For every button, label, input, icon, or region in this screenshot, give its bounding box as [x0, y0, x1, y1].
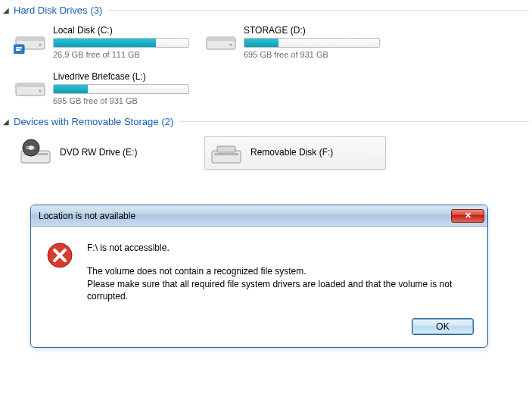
removable-drive-icon	[210, 139, 243, 167]
section-count: (2)	[161, 116, 173, 127]
close-icon: ✕	[465, 211, 471, 220]
divider	[108, 10, 529, 11]
message-main: F:\ is not accessible.	[87, 242, 474, 255]
collapse-arrow-icon: ◢	[3, 117, 11, 126]
drives-row: DVD DVD RW Drive (E:) Removable Disk (F:…	[0, 130, 532, 176]
drive-storage-d[interactable]: STORAGE (D:) 695 GB free of 931 GB	[204, 25, 386, 59]
divider	[179, 121, 529, 122]
svg-point-2	[39, 44, 42, 46]
svg-rect-19	[214, 153, 238, 155]
section-title: Hard Disk Drives	[14, 5, 88, 16]
drive-local-c[interactable]: Local Disk (C:) 26.9 GB free of 111 GB	[14, 25, 195, 59]
dialog-body: F:\ is not accessible. The volume does n…	[31, 227, 487, 311]
svg-text:DVD: DVD	[26, 145, 35, 150]
section-count: (3)	[91, 5, 103, 16]
drive-dvd-e[interactable]: DVD DVD RW Drive (E:)	[14, 136, 195, 170]
drive-body: Livedrive Briefcase (L:) 695 GB free of …	[53, 71, 195, 105]
drives-row: Livedrive Briefcase (L:) 695 GB free of …	[0, 65, 532, 111]
dialog-titlebar[interactable]: Location is not available ✕	[31, 205, 487, 227]
capacity-fill	[54, 85, 88, 93]
drive-body: Local Disk (C:) 26.9 GB free of 111 GB	[53, 25, 195, 59]
dialog-footer: OK	[31, 311, 487, 347]
collapse-arrow-icon: ◢	[3, 6, 11, 14]
svg-rect-4	[16, 47, 22, 48]
svg-rect-18	[217, 146, 235, 152]
drive-label: DVD RW Drive (E:)	[60, 147, 137, 158]
close-button[interactable]: ✕	[451, 209, 484, 223]
message-detail-1: The volume does not contain a recognized…	[87, 265, 474, 278]
hdd-icon	[14, 25, 47, 54]
section-header-removable[interactable]: ◢ Devices with Removable Storage (2)	[0, 111, 532, 130]
svg-point-8	[230, 44, 232, 46]
drive-label: Livedrive Briefcase (L:)	[53, 71, 195, 82]
hdd-icon	[204, 25, 238, 54]
drives-row: Local Disk (C:) 26.9 GB free of 111 GB S…	[0, 19, 532, 65]
drive-body: STORAGE (D:) 695 GB free of 931 GB	[244, 25, 386, 59]
dialog-message: F:\ is not accessible. The volume does n…	[87, 242, 474, 303]
svg-rect-1	[16, 37, 45, 41]
drive-stats: 695 GB free of 931 GB	[244, 50, 386, 59]
error-dialog: Location is not available ✕ F:\ is not a…	[30, 205, 488, 348]
section-header-hdd[interactable]: ◢ Hard Disk Drives (3)	[0, 0, 532, 19]
capacity-bar	[244, 38, 380, 48]
svg-rect-10	[16, 83, 45, 87]
capacity-fill	[244, 39, 278, 47]
capacity-bar	[53, 38, 189, 48]
message-detail-2: Please make sure that all required file …	[87, 278, 474, 304]
svg-point-11	[39, 90, 42, 92]
capacity-fill	[54, 39, 156, 47]
drive-label: Local Disk (C:)	[53, 25, 195, 36]
error-icon	[46, 242, 73, 269]
capacity-bar	[53, 84, 189, 94]
ok-button[interactable]: OK	[412, 318, 474, 335]
drive-label: Removable Disk (F:)	[250, 147, 333, 158]
drive-livedrive-l[interactable]: Livedrive Briefcase (L:) 695 GB free of …	[14, 71, 195, 105]
drive-removable-f[interactable]: Removable Disk (F:)	[204, 136, 386, 170]
dvd-drive-icon: DVD	[19, 139, 52, 167]
svg-rect-7	[207, 37, 235, 41]
drive-stats: 26.9 GB free of 111 GB	[53, 50, 195, 59]
drive-stats: 695 GB free of 931 GB	[53, 96, 195, 105]
dialog-title: Location is not available	[39, 211, 451, 221]
hdd-icon	[14, 71, 47, 100]
drive-label: STORAGE (D:)	[244, 25, 386, 36]
section-title: Devices with Removable Storage	[14, 116, 158, 127]
svg-rect-5	[16, 49, 20, 51]
